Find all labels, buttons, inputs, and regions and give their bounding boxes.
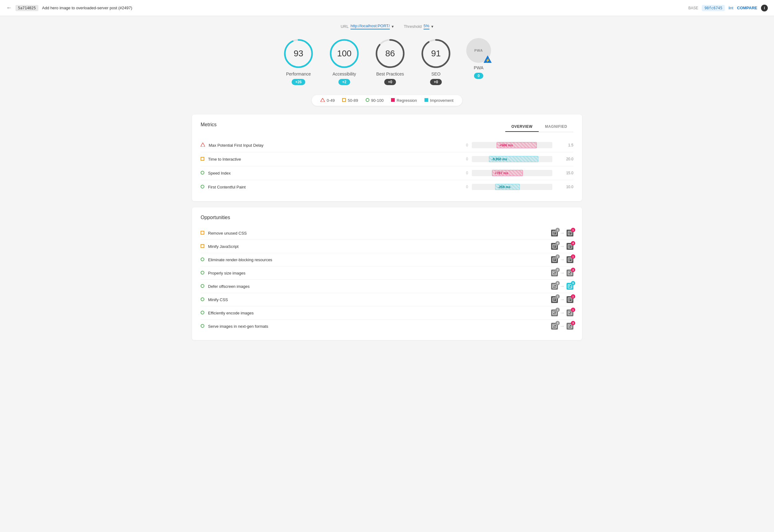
from-count-3: 2 — [556, 254, 560, 259]
serve-next-gen-name: Serve images in next-gen formats — [208, 324, 547, 329]
from-count-1: 1 — [556, 228, 560, 232]
opp-row-eliminate-render-blocking: Eliminate render-blocking resources 2 → … — [201, 253, 573, 266]
minify-css-from-icon[interactable]: 1 — [551, 296, 558, 303]
defer-from-icon[interactable]: 6 — [551, 283, 558, 290]
tab-magnified[interactable]: MAGNIFIED — [539, 122, 573, 132]
arrow-icon-5: → — [560, 283, 565, 289]
metric-row-first-input-delay: Max Potential First Input Delay 0 +566 m… — [201, 138, 573, 152]
scores-row: 93 Performance +26 100 Accessibility +2 — [192, 38, 582, 85]
score-pwa: PWA ⚡ PWA 0 — [466, 38, 491, 79]
minify-javascript-name: Minify JavaScript — [208, 244, 547, 249]
legend-improvement: Improvement — [425, 98, 454, 103]
opportunities-title: Opportunities — [201, 215, 573, 220]
url-dropdown-icon[interactable]: ▾ — [392, 24, 394, 29]
opp-row-minify-javascript: Minify JavaScript 4 → 4 — [201, 240, 573, 253]
legend-0-49: 0-49 — [320, 98, 335, 103]
time-to-interactive-indicator — [201, 157, 204, 162]
speed-index-score: 15.0 — [562, 171, 573, 175]
threshold-label: Threshold — [404, 24, 422, 29]
remove-unused-css-from-icon[interactable]: 1 — [551, 230, 558, 236]
metrics-title: Metrics — [201, 122, 217, 128]
first-contentful-paint-name: First Contentful Paint — [208, 185, 460, 189]
first-input-delay-zero: 0 — [463, 143, 468, 147]
back-button[interactable]: ← — [6, 5, 12, 11]
svg-rect-13 — [391, 98, 395, 102]
score-accessibility: 100 Accessibility +2 — [329, 38, 360, 85]
efficiently-encode-from-icon[interactable]: 1 — [551, 309, 558, 316]
properly-size-images-icons: 0 → 3 — [551, 270, 573, 276]
accessibility-circle: 100 — [329, 38, 360, 69]
opp-row-minify-css: Minify CSS 1 → 1 — [201, 293, 573, 306]
minify-js-from-icon[interactable]: 4 — [551, 243, 558, 250]
info-button[interactable]: i — [761, 5, 768, 11]
compare-button[interactable]: COMPARE — [737, 6, 757, 10]
first-input-delay-name: Max Potential First Input Delay — [209, 143, 460, 148]
efficiently-encode-icons: 1 → 1 — [551, 309, 573, 316]
url-control: URL http://localhost:PORT/ ▾ — [340, 24, 394, 29]
legend-90-100-label: 90-100 — [371, 98, 383, 103]
minify-css-to-icon[interactable]: 1 — [567, 296, 573, 303]
serve-next-gen-from-icon[interactable]: 3 — [551, 323, 558, 330]
url-value[interactable]: http://localhost:PORT/ — [350, 24, 390, 29]
metric-row-first-contentful-paint: First Contentful Paint 0 -259 ms 10.0 — [201, 180, 573, 194]
serve-next-gen-to-icon[interactable]: 3 — [567, 323, 573, 330]
remove-unused-css-to-icon[interactable]: 1 — [567, 230, 573, 236]
remove-unused-css-icons: 1 → 1 — [551, 230, 573, 236]
accessibility-label: Accessibility — [332, 71, 356, 76]
time-to-interactive-score: 20.0 — [562, 157, 573, 161]
from-count-8: 3 — [556, 321, 560, 325]
pwa-text: PWA — [474, 49, 483, 52]
pwa-badge-icon: ⚡ — [483, 55, 492, 64]
minify-javascript-indicator — [201, 244, 204, 249]
from-count-6: 1 — [556, 294, 560, 299]
seo-circle: 91 — [421, 38, 452, 69]
minify-js-to-icon[interactable]: 4 — [567, 243, 573, 250]
legend-50-89: 50-89 — [342, 98, 358, 103]
accessibility-badge: +2 — [338, 79, 350, 85]
eliminate-render-blocking-indicator — [201, 257, 204, 262]
properly-size-to-icon[interactable]: 3 — [567, 270, 573, 276]
threshold-value[interactable]: 5% — [424, 24, 430, 29]
arrow-icon-3: → — [560, 257, 565, 262]
first-contentful-paint-indicator — [201, 184, 204, 189]
to-count-8: 3 — [571, 321, 575, 325]
metrics-tabs: OVERVIEW MAGNIFIED — [505, 122, 573, 132]
svg-rect-19 — [201, 231, 204, 234]
efficiently-encode-to-icon[interactable]: 1 — [567, 309, 573, 316]
first-input-delay-bar: +566 ms — [472, 141, 559, 149]
svg-text:⚡: ⚡ — [486, 58, 490, 63]
legend-regression-icon — [391, 98, 395, 103]
defer-offscreen-images-icons: 6 → 6 — [551, 283, 573, 290]
minify-css-icons: 1 → 1 — [551, 296, 573, 303]
opp-row-remove-unused-css: Remove unused CSS 1 → 1 — [201, 227, 573, 240]
svg-point-38 — [201, 298, 204, 301]
first-input-delay-score: 1.5 — [562, 143, 573, 147]
svg-point-33 — [201, 284, 204, 288]
svg-rect-16 — [201, 157, 204, 160]
minify-css-name: Minify CSS — [208, 297, 547, 302]
svg-point-41 — [201, 311, 204, 314]
threshold-dropdown-icon[interactable]: ▾ — [431, 24, 434, 29]
legend-regression: Regression — [391, 98, 417, 103]
serve-next-gen-indicator — [201, 324, 204, 329]
to-count-2: 4 — [571, 241, 575, 245]
commit-title: Add hero image to overloaded-server post… — [42, 6, 685, 10]
from-count-4: 0 — [556, 268, 560, 272]
defer-to-icon[interactable]: 6 — [567, 283, 573, 290]
seo-badge: +0 — [430, 79, 442, 85]
tab-overview[interactable]: OVERVIEW — [505, 122, 539, 132]
eliminate-rb-to-icon[interactable]: 1 — [567, 256, 573, 263]
opp-row-defer-offscreen-images: Defer offscreen images 6 → 6 — [201, 280, 573, 293]
properly-size-from-icon[interactable]: 0 — [551, 270, 558, 276]
time-to-interactive-bar: -9,950 ms — [472, 155, 559, 163]
legend-regression-label: Regression — [397, 98, 417, 103]
legend-square-orange-icon — [342, 98, 346, 103]
svg-point-28 — [201, 271, 204, 274]
defer-offscreen-indicator — [201, 284, 204, 289]
speed-index-zero: 0 — [463, 171, 468, 175]
eliminate-rb-from-icon[interactable]: 2 — [551, 256, 558, 263]
speed-index-bar: +767 ms — [472, 169, 559, 177]
to-count-1: 1 — [571, 228, 575, 232]
best-practices-circle: 86 — [374, 38, 406, 69]
arrow-icon-7: → — [560, 310, 565, 316]
